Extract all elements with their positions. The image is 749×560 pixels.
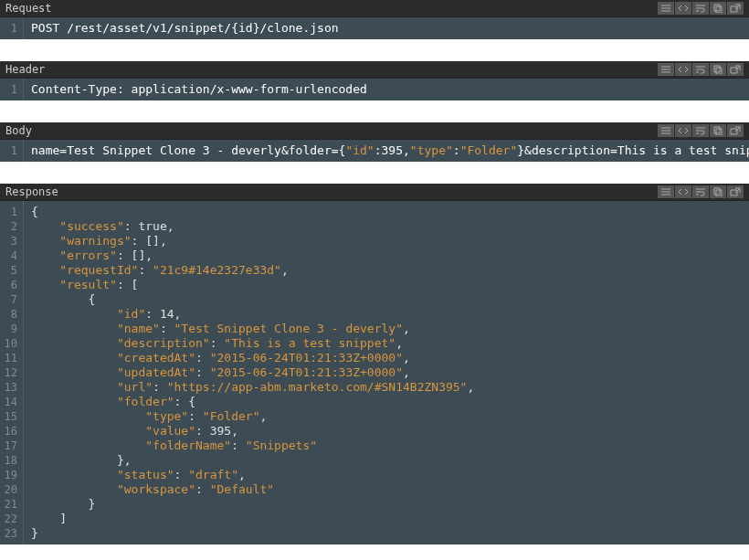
token: [31, 395, 117, 408]
token: 395: [210, 424, 231, 438]
token: "errors": [59, 248, 117, 262]
token: :: [188, 409, 203, 423]
token: "workspace": [117, 482, 195, 496]
token: [31, 278, 59, 291]
token: [31, 482, 117, 496]
token: ,: [259, 409, 267, 423]
panel-response: Response12345678910111213141516171819202…: [0, 184, 749, 544]
copy-icon[interactable]: [710, 185, 726, 198]
popout-icon[interactable]: [727, 124, 744, 137]
code-line: "status": "draft",: [31, 468, 742, 482]
panel-title: Body: [5, 124, 32, 137]
line-number: 22: [4, 512, 17, 526]
code-content[interactable]: { "success": true, "warnings": [], "erro…: [24, 201, 749, 544]
hamburger-icon[interactable]: [658, 2, 674, 15]
token: :: [210, 336, 225, 350]
code-icon[interactable]: [675, 185, 691, 198]
copy-icon[interactable]: [710, 2, 726, 15]
panel-toolbar: [657, 2, 744, 15]
token: :: [231, 438, 246, 452]
code-content[interactable]: Content-Type: application/x-www-form-url…: [24, 79, 749, 100]
wrap-icon[interactable]: [692, 63, 709, 76]
token: ]: [31, 512, 67, 525]
panel-body: Body1name=Test Snippet Clone 3 - deverly…: [0, 122, 749, 162]
token: :: [195, 365, 210, 379]
token: "type": [145, 409, 188, 423]
token: :: [145, 307, 160, 321]
popout-icon[interactable]: [727, 2, 744, 15]
line-number: 17: [4, 438, 17, 453]
wrap-icon[interactable]: [692, 185, 709, 198]
code-line: ]: [31, 512, 742, 526]
line-gutter: 1234567891011121314151617181920212223: [0, 201, 24, 544]
line-number: 8: [4, 307, 17, 322]
code-body: 1Content-Type: application/x-www-form-ur…: [0, 78, 749, 100]
code-icon[interactable]: [675, 2, 691, 15]
token: : [],: [132, 234, 167, 248]
token: [31, 248, 59, 262]
hamburger-icon[interactable]: [658, 185, 674, 198]
token: "folderName": [145, 438, 231, 452]
token: :: [195, 424, 210, 438]
token: ,: [231, 424, 238, 438]
code-line: Content-Type: application/x-www-form-url…: [31, 82, 742, 97]
line-number: 10: [4, 336, 17, 351]
panel-header: Request: [0, 0, 749, 16]
hamburger-icon[interactable]: [658, 63, 674, 76]
token: "warnings": [59, 234, 131, 248]
token: "description": [117, 336, 210, 350]
line-gutter: 1: [0, 17, 24, 39]
code-line: POST /rest/asset/v1/snippet/{id}/clone.j…: [31, 21, 742, 36]
panel-request: Request1POST /rest/asset/v1/snippet/{id}…: [0, 0, 749, 39]
token: POST /rest/asset/v1/snippet/{id}/clone.j…: [31, 21, 339, 35]
line-gutter: 1: [0, 140, 24, 162]
wrap-icon[interactable]: [692, 2, 709, 15]
code-line: }: [31, 526, 742, 541]
token: [31, 409, 145, 423]
token: "type": [410, 143, 453, 157]
hamburger-icon[interactable]: [658, 124, 674, 137]
code-icon[interactable]: [675, 124, 691, 137]
popout-icon[interactable]: [727, 63, 744, 76]
token: ,: [403, 365, 410, 379]
token: }: [31, 497, 95, 511]
token: :: [195, 351, 210, 365]
token: 14: [160, 307, 174, 321]
line-number: 13: [4, 380, 17, 395]
token: "Folder": [203, 409, 260, 423]
code-icon[interactable]: [675, 63, 691, 76]
token: [31, 468, 117, 481]
code-body: 1POST /rest/asset/v1/snippet/{id}/clone.…: [0, 16, 749, 39]
token: {: [31, 205, 38, 218]
token: : {: [174, 395, 195, 408]
token: "Test Snippet Clone 3 - deverly": [174, 322, 403, 335]
line-number: 23: [4, 526, 17, 541]
panel-header: Response: [0, 184, 749, 200]
code-line: },: [31, 453, 742, 468]
copy-icon[interactable]: [710, 63, 726, 76]
code-content[interactable]: name=Test Snippet Clone 3 - deverly&fold…: [24, 140, 749, 162]
line-number: 1: [4, 82, 17, 97]
token: "https://app-abm.marketo.com/#SN14B2ZN39…: [167, 380, 468, 394]
code-line: "id": 14,: [31, 307, 742, 322]
token: ,: [403, 351, 410, 365]
code-line: "result": [: [31, 278, 742, 292]
wrap-icon[interactable]: [692, 124, 709, 137]
code-line: "warnings": [],: [31, 234, 742, 248]
token: "updatedAt": [117, 365, 195, 379]
token: [31, 219, 59, 233]
code-line: "folderName": "Snippets": [31, 438, 742, 453]
token: "draft": [188, 468, 238, 481]
code-content[interactable]: POST /rest/asset/v1/snippet/{id}/clone.j…: [24, 17, 749, 39]
token: "id": [345, 143, 374, 157]
code-line: "updatedAt": "2015-06-24T01:21:33Z+0000"…: [31, 365, 742, 380]
token: true: [138, 219, 166, 233]
popout-icon[interactable]: [727, 185, 744, 198]
copy-icon[interactable]: [710, 124, 726, 137]
line-number: 9: [4, 322, 17, 336]
token: "name": [117, 322, 160, 335]
token: [31, 380, 117, 394]
token: "Folder": [460, 143, 518, 157]
code-line: "success": true,: [31, 219, 742, 234]
line-number: 1: [4, 205, 17, 219]
